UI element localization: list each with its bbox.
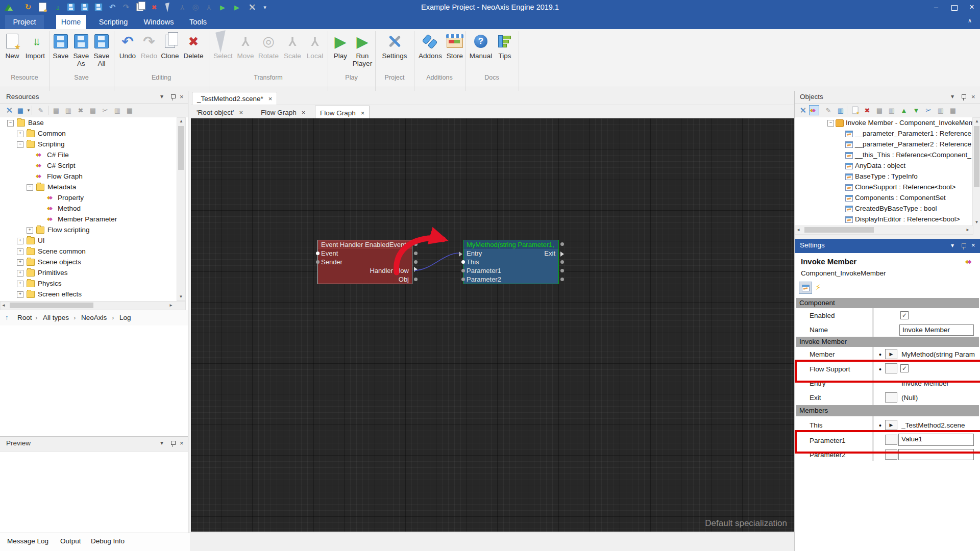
- objects-pin-icon[interactable]: [961, 94, 966, 102]
- new-file-icon[interactable]: ★: [37, 2, 48, 13]
- import-icon[interactable]: ↓↓: [51, 2, 62, 13]
- tree-item-primitives[interactable]: +Primitives: [0, 267, 174, 278]
- clone-icon[interactable]: [134, 2, 145, 13]
- save-all-icon[interactable]: [93, 2, 104, 13]
- objects-rename-icon[interactable]: ▤: [874, 105, 885, 115]
- ribbon-undo-button[interactable]: ↶ Undo: [116, 31, 139, 74]
- pin-entry[interactable]: [459, 252, 462, 257]
- breadcrumb-log[interactable]: Log: [119, 310, 131, 325]
- flow-support-checkbox[interactable]: ✓: [900, 364, 909, 372]
- ribbon-save-all-button[interactable]: Save All: [92, 31, 111, 74]
- breadcrumb-root[interactable]: Root: [17, 310, 32, 325]
- ribbon-delete-button[interactable]: ✖ Delete: [181, 31, 206, 74]
- pin-exit[interactable]: [560, 252, 564, 257]
- grid-column-divider[interactable]: [872, 308, 874, 461]
- pin-sender[interactable]: [316, 260, 320, 264]
- settings-properties-tab-icon[interactable]: [799, 282, 812, 294]
- ribbon-import-button[interactable]: ↓↓ Import: [23, 31, 47, 74]
- ribbon-save-as-button[interactable]: Save As: [71, 31, 91, 74]
- objects-item-invoke-member[interactable]: −Invoke Member - Component_InvokeMem: [795, 117, 972, 128]
- parameter1-input[interactable]: Value1: [898, 434, 974, 446]
- flow-graph-canvas[interactable]: Event Handler EnabledEvent Event Sender …: [191, 118, 794, 532]
- objects-item-parameter2[interactable]: __parameter_Parameter2 : Reference: [795, 139, 972, 149]
- pin-parameter2[interactable]: [461, 278, 465, 281]
- ribbon-play-button[interactable]: ▶ Play: [330, 31, 351, 74]
- resources-dropdown-icon[interactable]: ▾: [160, 93, 163, 100]
- enabled-checkbox[interactable]: ✓: [900, 311, 909, 319]
- objects-new-icon[interactable]: ★: [850, 105, 860, 115]
- breadcrumb-neoaxis[interactable]: NeoAxis: [81, 310, 107, 325]
- ribbon-manual-button[interactable]: ? Manual: [468, 31, 494, 74]
- tree-item-method[interactable]: ◆◆Method: [0, 203, 174, 214]
- objects-item-this[interactable]: __this_This : Reference<Component_: [795, 149, 972, 160]
- pin-this[interactable]: [461, 260, 465, 264]
- objects-hscrollbar[interactable]: ◄ ►: [795, 226, 973, 235]
- objects-cut-icon[interactable]: ✂: [923, 105, 934, 115]
- ribbon-addons-button[interactable]: Addons: [416, 31, 444, 74]
- objects-mode-icon[interactable]: ◆◆: [809, 105, 819, 115]
- quickbar-dropdown-icon[interactable]: ▾: [259, 2, 271, 13]
- tab-close-icon[interactable]: ×: [302, 109, 306, 116]
- sub-tab-flow-graph-1[interactable]: Flow Graph×: [256, 106, 310, 119]
- preview-pin-icon[interactable]: [170, 440, 176, 448]
- parameter1-reference-button[interactable]: [885, 435, 897, 445]
- tree-item-csharp-file[interactable]: ◆◆C# File: [0, 149, 174, 160]
- restore-button[interactable]: [946, 0, 963, 14]
- objects-copy-icon[interactable]: ▥: [936, 105, 946, 115]
- tree-item-member-parameter[interactable]: ◆◆Member Parameter: [0, 214, 174, 224]
- tree-item-scene-common[interactable]: +Scene common: [0, 246, 174, 257]
- minimize-button[interactable]: –: [928, 0, 944, 14]
- ribbon-new-button[interactable]: ★ New: [2, 31, 22, 74]
- objects-windows-icon[interactable]: ▥: [836, 105, 846, 115]
- menu-tab-windows[interactable]: Windows: [141, 15, 177, 29]
- settings-dropdown-icon[interactable]: ▾: [951, 242, 954, 249]
- objects-item-clonesupport[interactable]: CloneSupport : Reference<bool>: [795, 182, 972, 192]
- objects-vscrollbar[interactable]: ▲ ▼: [972, 117, 980, 226]
- tree-item-metadata[interactable]: −Metadata: [0, 182, 174, 192]
- bottom-tab-output[interactable]: Output: [60, 537, 81, 545]
- pin-out-3[interactable]: [414, 260, 418, 264]
- objects-move-down-icon[interactable]: ▼: [911, 105, 921, 115]
- sync-icon[interactable]: ↻: [22, 2, 34, 13]
- play-icon[interactable]: ▶: [217, 2, 228, 13]
- navigate-up-icon[interactable]: ↑: [5, 310, 9, 325]
- preview-dropdown-icon[interactable]: ▾: [160, 439, 163, 446]
- pin-out-c[interactable]: [560, 269, 564, 272]
- tree-item-scene-objects[interactable]: +Scene objects: [0, 257, 174, 267]
- objects-move-up-icon[interactable]: ▲: [899, 105, 909, 115]
- run-player-icon[interactable]: ▶: [231, 2, 242, 13]
- pin-handler-flow[interactable]: [414, 267, 418, 272]
- save-icon[interactable]: [65, 2, 77, 13]
- node-event-handler[interactable]: Event Handler EnabledEvent Event Sender …: [317, 240, 412, 284]
- objects-settings-icon[interactable]: [797, 105, 807, 115]
- resources-settings-icon[interactable]: [3, 105, 13, 115]
- resources-vscrollbar[interactable]: ▲ ▼: [177, 117, 186, 301]
- tree-item-physics[interactable]: +Physics: [0, 278, 174, 289]
- breadcrumb-all-types[interactable]: All types: [43, 310, 69, 325]
- this-reference-button[interactable]: ▶: [885, 420, 897, 430]
- menu-tab-home[interactable]: Home: [56, 15, 86, 29]
- node-my-method[interactable]: MyMethod(string Parameter1, Entry Exit T…: [463, 240, 559, 284]
- objects-item-parameter1[interactable]: __parameter_Parameter1 : Reference: [795, 128, 972, 139]
- ribbon-store-button[interactable]: Store: [445, 31, 465, 74]
- exit-reference-button[interactable]: [885, 392, 897, 403]
- document-tab-scene[interactable]: _TestMethod2.scene* ×: [192, 92, 277, 105]
- ribbon-clone-button[interactable]: Clone: [159, 31, 181, 74]
- flow-support-reference-button[interactable]: [885, 363, 897, 373]
- objects-delete-icon[interactable]: ✖: [862, 105, 872, 115]
- objects-item-createdbybasetype[interactable]: CreatedByBaseType : bool: [795, 203, 972, 214]
- tab-close-icon[interactable]: ×: [268, 95, 273, 103]
- sub-tab-flow-graph-2[interactable]: Flow Graph×: [315, 106, 370, 119]
- objects-dropdown-icon[interactable]: ▾: [951, 93, 954, 100]
- sub-tab-root-object[interactable]: 'Root object'×: [192, 106, 248, 119]
- name-input[interactable]: Invoke Member: [899, 324, 974, 336]
- ribbon-collapse-icon[interactable]: ∧: [968, 17, 972, 24]
- ribbon-settings-button[interactable]: Settings: [378, 31, 411, 74]
- tree-item-flow-graph[interactable]: ◆◆Flow Graph: [0, 171, 174, 182]
- settings-close-icon[interactable]: ×: [971, 241, 975, 249]
- menu-tab-scripting[interactable]: Scripting: [95, 15, 132, 29]
- pin-out-2[interactable]: [414, 252, 418, 255]
- bottom-tab-message-log[interactable]: Message Log: [7, 537, 48, 545]
- preview-close-icon[interactable]: ×: [180, 439, 184, 447]
- tree-item-csharp-script[interactable]: ◆◆C# Script: [0, 160, 174, 171]
